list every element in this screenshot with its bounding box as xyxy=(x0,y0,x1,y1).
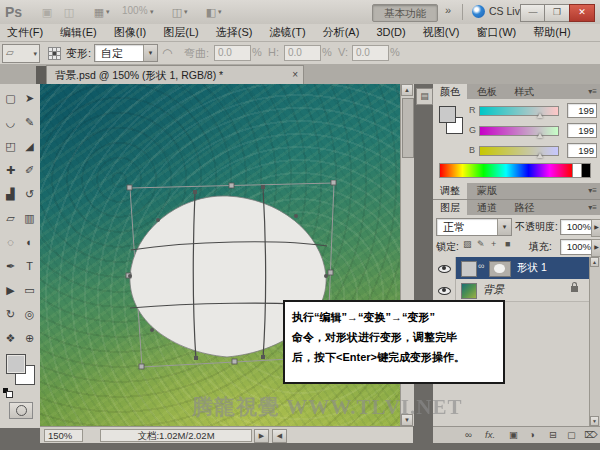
tab-close-icon[interactable]: × xyxy=(292,66,298,84)
warp-orientation-icon[interactable]: ◠ xyxy=(162,46,172,60)
fill-spinner-icon[interactable]: ▶ xyxy=(591,239,600,257)
tool-history-brush[interactable]: ↺ xyxy=(20,182,39,206)
scroll-up-icon[interactable]: ▲ xyxy=(401,84,413,96)
menu-layer[interactable]: 图层(L) xyxy=(156,24,205,41)
zoom-caret-icon[interactable]: ▾ xyxy=(150,8,154,16)
tool-horizontal-type[interactable]: T xyxy=(20,254,39,278)
tool-dodge[interactable]: ◐ xyxy=(20,230,39,254)
workspace-button[interactable]: 基本功能 xyxy=(372,4,438,22)
menu-3d[interactable]: 3D(D) xyxy=(369,24,412,41)
collapsed-panel-icon[interactable]: ▤ xyxy=(416,88,433,105)
h-field[interactable]: 0.0 xyxy=(284,45,321,61)
tool-rectangle-shape[interactable]: ▭ xyxy=(20,278,39,302)
layers-panel-menu-icon[interactable]: ▾≡ xyxy=(588,203,597,212)
adjustments-panel-menu-icon[interactable]: ▾≡ xyxy=(588,186,597,195)
tool-gradient[interactable]: ▥ xyxy=(20,206,39,230)
warp-style-dropdown[interactable]: 自定 ▾ xyxy=(94,44,158,62)
tool-clone-stamp[interactable]: ▟ xyxy=(1,182,20,206)
tab-color[interactable]: 颜色 xyxy=(433,84,467,99)
menu-select[interactable]: 选择(S) xyxy=(209,24,260,41)
tool-spot-healing-brush[interactable]: ✚ xyxy=(1,158,20,182)
layer-name[interactable]: 形状 1 xyxy=(517,261,547,275)
menu-view[interactable]: 视图(V) xyxy=(416,24,467,41)
tool-brush[interactable]: ✐ xyxy=(20,158,39,182)
tool-hand[interactable]: ❖ xyxy=(1,326,20,350)
tool-lasso[interactable]: ◡ xyxy=(1,110,20,134)
arrange-caret-icon[interactable]: ▾ xyxy=(184,8,188,16)
workspace-overflow-icon[interactable]: » xyxy=(445,4,451,16)
screen-mode-caret-icon[interactable]: ▾ xyxy=(218,8,222,16)
tool-quick-selection[interactable]: ✎ xyxy=(20,110,39,134)
blue-slider-thumb[interactable] xyxy=(537,153,543,158)
tab-adjustments[interactable]: 调整 xyxy=(433,183,467,199)
green-value-field[interactable]: 199 xyxy=(567,123,597,138)
green-slider-thumb[interactable] xyxy=(537,133,543,138)
lock-all-icon[interactable]: ■ xyxy=(505,239,510,249)
tool-blur[interactable]: ◌ xyxy=(1,230,20,254)
color-panel-menu-icon[interactable]: ▾≡ xyxy=(588,87,597,96)
tab-paths[interactable]: 路径 xyxy=(507,200,541,215)
delete-layer-icon[interactable]: ⌦ xyxy=(584,429,597,440)
lock-transparency-icon[interactable]: ▨ xyxy=(463,239,472,249)
opacity-spinner-icon[interactable]: ▶ xyxy=(591,219,600,237)
menu-window[interactable]: 窗口(W) xyxy=(470,24,524,41)
tool-crop[interactable]: ◰ xyxy=(1,134,20,158)
link-layers-icon[interactable]: ∞ xyxy=(465,429,472,440)
close-button[interactable]: ✕ xyxy=(569,4,595,22)
menu-help[interactable]: 帮助(H) xyxy=(526,24,577,41)
menu-edit[interactable]: 编辑(E) xyxy=(53,24,104,41)
tab-masks[interactable]: 蒙版 xyxy=(470,183,504,199)
tool-rectangular-marquee[interactable]: ▢ xyxy=(1,86,20,110)
layer-image-thumbnail[interactable] xyxy=(461,283,477,299)
menu-filter[interactable]: 滤镜(T) xyxy=(263,24,313,41)
color-spectrum-ramp[interactable] xyxy=(439,163,573,178)
eye-icon[interactable] xyxy=(438,287,451,295)
quick-mask-button[interactable] xyxy=(9,402,33,419)
tab-swatches[interactable]: 色板 xyxy=(470,84,504,99)
blue-value-field[interactable]: 199 xyxy=(567,143,597,158)
tool-3d-camera-rotate[interactable]: ◎ xyxy=(20,302,39,326)
menu-analysis[interactable]: 分析(A) xyxy=(316,24,367,41)
red-value-field[interactable]: 199 xyxy=(567,103,597,118)
add-mask-icon[interactable]: ▣ xyxy=(509,429,518,440)
layers-scroll-up-icon[interactable]: ▲ xyxy=(590,257,599,267)
zoom-level[interactable]: 100% xyxy=(122,5,148,16)
layer-name[interactable]: 背景 xyxy=(483,283,504,297)
document-tab[interactable]: 背景.psd @ 150% (形状 1, RGB/8) * × xyxy=(46,65,304,85)
layer-row-background[interactable]: 背景 xyxy=(433,279,590,302)
tab-layers[interactable]: 图层 xyxy=(433,200,467,215)
tool-3d-object-rotate[interactable]: ↻ xyxy=(1,302,20,326)
tab-styles[interactable]: 样式 xyxy=(507,84,541,99)
restore-button[interactable]: ❐ xyxy=(544,4,570,22)
layer-color-thumbnail[interactable] xyxy=(461,261,477,277)
layer-row-shape1[interactable]: ∞ 形状 1 xyxy=(433,257,590,280)
status-menu-arrow-icon[interactable]: ▶ xyxy=(254,429,269,443)
spectrum-black-swatch[interactable] xyxy=(581,163,591,178)
tool-move[interactable]: ➤ xyxy=(20,86,39,110)
visibility-cell[interactable] xyxy=(433,279,456,301)
reference-point-locator[interactable] xyxy=(48,47,60,59)
tab-channels[interactable]: 通道 xyxy=(470,200,504,215)
foreground-color-swatch[interactable] xyxy=(6,354,26,374)
tool-eraser[interactable]: ▱ xyxy=(1,206,20,230)
lock-pixels-icon[interactable]: ✎ xyxy=(477,239,485,249)
bridge-icon[interactable]: ▣ xyxy=(38,4,56,20)
mini-bridge-icon[interactable]: ◫ xyxy=(60,4,78,20)
v-field[interactable]: 0.0 xyxy=(352,45,389,61)
menu-file[interactable]: 文件(F) xyxy=(0,24,50,41)
menu-image[interactable]: 图像(I) xyxy=(107,24,153,41)
blue-slider-track[interactable] xyxy=(479,146,559,156)
vector-mask-thumbnail[interactable] xyxy=(489,261,511,277)
tool-pen[interactable]: ✒ xyxy=(1,254,20,278)
new-group-icon[interactable]: ⊟ xyxy=(549,429,557,440)
tool-path-selection[interactable]: ▶ xyxy=(1,278,20,302)
green-slider-track[interactable] xyxy=(479,126,559,136)
opacity-field[interactable]: 100% xyxy=(560,219,594,235)
fill-field[interactable]: 100% xyxy=(560,239,594,255)
lock-position-icon[interactable]: + xyxy=(491,239,496,249)
tool-zoom[interactable]: ⊕ xyxy=(20,326,39,350)
layers-scroll-down-icon[interactable]: ▼ xyxy=(590,416,599,426)
default-colors-icon[interactable] xyxy=(3,388,12,397)
visibility-cell[interactable] xyxy=(433,257,456,279)
red-slider-thumb[interactable] xyxy=(537,113,543,118)
